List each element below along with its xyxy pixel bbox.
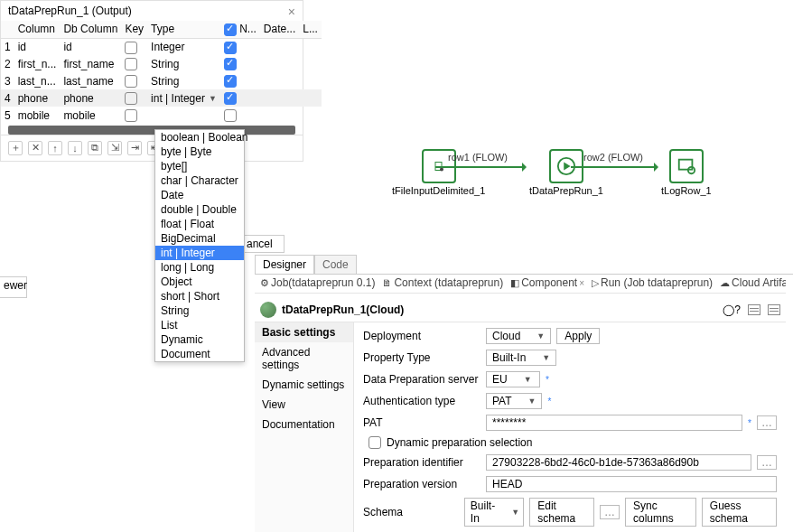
tab-component[interactable]: ◧ Component × bbox=[510, 276, 584, 289]
paste-icon[interactable]: ⇲ bbox=[107, 141, 122, 155]
add-row-icon[interactable]: ＋ bbox=[8, 141, 23, 155]
edit-schema-more[interactable]: … bbox=[600, 505, 620, 519]
nav-advanced-settings[interactable]: Advanced settings bbox=[255, 342, 353, 375]
table-row[interactable]: 1idid Integer bbox=[1, 38, 322, 55]
prepver-input[interactable]: HEAD bbox=[486, 476, 777, 492]
tab-code[interactable]: Code bbox=[314, 255, 357, 274]
close-icon[interactable]: × bbox=[288, 5, 295, 19]
type-option[interactable]: byte | Byte bbox=[155, 145, 244, 159]
delete-row-icon[interactable]: ✕ bbox=[28, 141, 42, 155]
col-n[interactable]: N... bbox=[220, 21, 260, 38]
type-option[interactable]: short | Short bbox=[155, 289, 244, 303]
edit-schema-button[interactable]: Edit schema bbox=[529, 498, 594, 527]
type-dropdown-list[interactable]: boolean | Boolean byte | Byte byte[] cha… bbox=[154, 129, 245, 362]
proptype-select[interactable]: Built-In▼ bbox=[486, 350, 556, 366]
type-option[interactable]: Object bbox=[155, 275, 244, 289]
apply-button[interactable]: Apply bbox=[556, 328, 600, 344]
dynamic-prep-checkbox[interactable] bbox=[369, 436, 381, 449]
schema-select[interactable]: Built-In▼ bbox=[464, 498, 524, 527]
key-checkbox[interactable] bbox=[125, 58, 137, 70]
type-option[interactable]: Document bbox=[155, 347, 244, 361]
col-key[interactable]: Key bbox=[121, 21, 147, 38]
close-icon[interactable]: × bbox=[579, 278, 584, 288]
tab-run[interactable]: ▷ Run (Job tdatapreprun) bbox=[592, 276, 713, 289]
pat-label: PAT bbox=[363, 416, 480, 429]
sync-columns-button[interactable]: Sync columns bbox=[625, 498, 696, 527]
key-checkbox[interactable] bbox=[125, 92, 137, 105]
type-option[interactable]: int | Integer bbox=[155, 246, 244, 260]
prepid-label: Preparation identifier bbox=[363, 456, 480, 469]
prepid-input[interactable]: 27903228-6bd2-46c0-b1de-57363a86d90b bbox=[486, 454, 751, 471]
view-tabs: ⚙ Job(tdatapreprun 0.1) 🗎 Context (tdata… bbox=[255, 273, 786, 294]
guess-schema-button[interactable]: Guess schema bbox=[702, 498, 777, 527]
nullable-checkbox[interactable] bbox=[224, 75, 237, 88]
nav-view[interactable]: View bbox=[255, 395, 353, 415]
list-view-icon[interactable] bbox=[768, 304, 780, 315]
flow-connector[interactable] bbox=[435, 166, 526, 168]
nav-basic-settings[interactable]: Basic settings bbox=[255, 322, 353, 342]
component-header: tDataPrepRun_1(Cloud) ◯? bbox=[255, 298, 786, 322]
chevron-down-icon: ▼ bbox=[528, 397, 536, 406]
chevron-down-icon: ▼ bbox=[524, 375, 532, 384]
auth-select[interactable]: PAT▼ bbox=[486, 393, 542, 409]
col-type[interactable]: Type bbox=[147, 21, 220, 38]
nullable-checkbox[interactable] bbox=[224, 58, 237, 70]
flow-connector[interactable] bbox=[571, 166, 658, 168]
type-option[interactable]: boolean | Boolean bbox=[155, 130, 244, 145]
dialog-title: tDataPrepRun_1 (Output) bbox=[1, 1, 303, 21]
horizontal-scrollbar[interactable] bbox=[8, 126, 295, 135]
type-option[interactable]: Date bbox=[155, 188, 244, 202]
key-checkbox[interactable] bbox=[125, 42, 137, 54]
type-option[interactable]: float | Float bbox=[155, 217, 244, 231]
type-dropdown-cell[interactable]: int | Integer▼ bbox=[151, 92, 217, 105]
node-tlogrow[interactable]: tLogRow_1 bbox=[661, 149, 712, 196]
col-date[interactable]: Date... bbox=[260, 21, 299, 38]
col-dbcolumn[interactable]: Db Column bbox=[60, 21, 121, 38]
table-search-icon bbox=[676, 156, 696, 176]
nullable-checkbox[interactable] bbox=[224, 109, 237, 122]
pat-more-button[interactable]: … bbox=[757, 415, 777, 430]
deployment-select[interactable]: Cloud▼ bbox=[486, 328, 551, 344]
table-row[interactable]: 2first_n...first_name String bbox=[1, 56, 322, 73]
tab-context[interactable]: 🗎 Context (tdatapreprun) bbox=[382, 276, 503, 289]
viewer-tab[interactable]: ewer bbox=[0, 276, 27, 298]
tab-cloud[interactable]: ☁ Cloud Artifact bbox=[720, 276, 786, 289]
schema-label: Schema bbox=[363, 506, 459, 518]
tab-designer[interactable]: Designer bbox=[255, 255, 314, 274]
copy-icon[interactable]: ⧉ bbox=[88, 141, 102, 155]
import-icon[interactable]: ⇥ bbox=[127, 141, 142, 155]
move-up-icon[interactable]: ↑ bbox=[48, 141, 62, 155]
key-checkbox[interactable] bbox=[125, 109, 137, 122]
server-select[interactable]: EU▼ bbox=[486, 371, 540, 387]
tab-job[interactable]: ⚙ Job(tdatapreprun 0.1) bbox=[260, 276, 375, 289]
col-l[interactable]: L... bbox=[299, 21, 322, 38]
type-option[interactable]: Dynamic bbox=[155, 332, 244, 347]
design-canvas[interactable]: tFileInputDelimited_1 tDataPrepRun_1 tLo… bbox=[303, 0, 793, 253]
nav-dynamic-settings[interactable]: Dynamic settings bbox=[255, 375, 353, 395]
chevron-down-icon: ▼ bbox=[542, 353, 550, 362]
col-column[interactable]: Column bbox=[14, 21, 61, 38]
help-icon[interactable]: ◯? bbox=[723, 303, 741, 316]
type-option[interactable]: long | Long bbox=[155, 260, 244, 275]
prepid-more-button[interactable]: … bbox=[757, 455, 777, 470]
type-option[interactable]: BigDecimal bbox=[155, 231, 244, 246]
type-option[interactable]: String bbox=[155, 303, 244, 318]
component-icon bbox=[260, 302, 276, 318]
form-view-icon[interactable] bbox=[748, 304, 760, 315]
flow-label: row1 (FLOW) bbox=[448, 152, 508, 163]
type-option[interactable]: byte[] bbox=[155, 159, 244, 173]
table-row[interactable]: 4phonephone int | Integer▼ bbox=[1, 89, 322, 107]
type-option[interactable]: List bbox=[155, 318, 244, 332]
nav-documentation[interactable]: Documentation bbox=[255, 415, 353, 434]
table-row[interactable]: 5mobilemobile bbox=[1, 107, 322, 124]
type-option[interactable]: double | Double bbox=[155, 202, 244, 217]
type-option[interactable]: char | Character bbox=[155, 173, 244, 188]
component-title: tDataPrepRun_1(Cloud) bbox=[282, 303, 404, 316]
nullable-checkbox[interactable] bbox=[224, 42, 237, 54]
move-down-icon[interactable]: ↓ bbox=[68, 141, 82, 155]
auth-label: Authentication type bbox=[363, 395, 480, 407]
key-checkbox[interactable] bbox=[125, 75, 137, 88]
table-row[interactable]: 3last_n...last_name String bbox=[1, 72, 322, 89]
nullable-checkbox[interactable] bbox=[224, 92, 237, 105]
pat-input[interactable]: ******** bbox=[486, 415, 742, 431]
